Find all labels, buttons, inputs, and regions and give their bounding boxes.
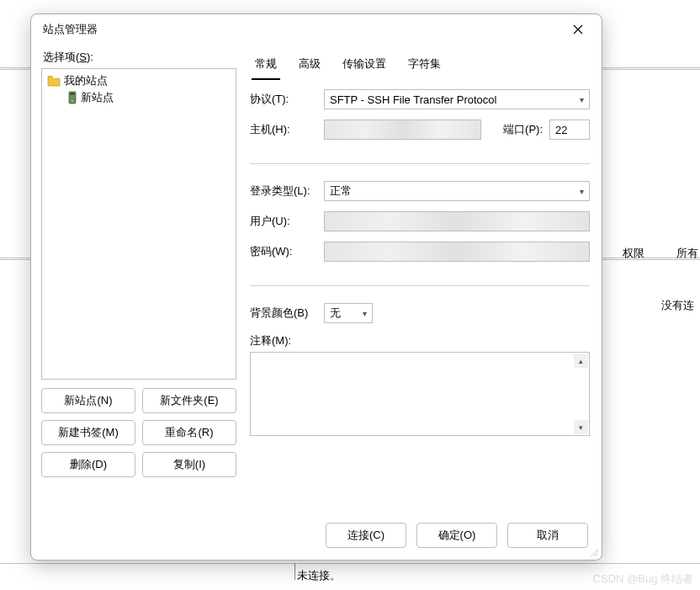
bg-divider	[0, 563, 700, 564]
tree-root-my-sites[interactable]: 我的站点	[44, 72, 234, 89]
scroll-down-button[interactable]: ▾	[574, 420, 588, 434]
server-icon	[67, 91, 77, 104]
logon-type-label: 登录类型(L):	[250, 183, 317, 199]
svg-point-2	[72, 100, 73, 102]
svg-rect-1	[71, 93, 75, 95]
tree-root-label: 我的站点	[64, 73, 108, 88]
connect-button[interactable]: 连接(C)	[326, 523, 406, 548]
user-input[interactable]	[324, 211, 590, 231]
new-bookmark-button[interactable]: 新建书签(M)	[41, 420, 135, 445]
copy-button[interactable]: 复制(I)	[142, 452, 236, 477]
watermark: CSDN @Bug 终结者	[593, 571, 693, 587]
host-label: 主机(H):	[250, 122, 317, 137]
rename-button[interactable]: 重命名(R)	[142, 420, 236, 445]
divider	[250, 163, 590, 164]
logon-type-value: 正常	[330, 183, 352, 199]
delete-button[interactable]: 删除(D)	[41, 452, 135, 477]
tab-general[interactable]: 常规	[252, 53, 280, 80]
statusbar-separator	[294, 563, 295, 580]
password-label: 密码(W):	[250, 244, 317, 259]
right-pane: 常规 高级 传输设置 字符集 协议(T): SFTP - SSH File Tr…	[248, 45, 591, 511]
tree-site-item[interactable]: 新站点	[44, 89, 234, 106]
notes-label: 注释(M):	[250, 333, 317, 348]
port-input[interactable]	[549, 120, 590, 140]
close-icon	[573, 24, 583, 35]
scroll-up-button[interactable]: ▴	[574, 353, 588, 368]
port-label: 端口(P):	[503, 122, 543, 137]
titlebar: 站点管理器	[31, 14, 602, 45]
site-tree[interactable]: 我的站点 新站点	[41, 68, 236, 380]
select-entry-label: 选择项(S):	[43, 50, 236, 65]
chevron-down-icon: ▾	[363, 309, 367, 318]
tree-site-label: 新站点	[81, 90, 114, 105]
tab-transfer-settings[interactable]: 传输设置	[339, 53, 390, 80]
protocol-select[interactable]: SFTP - SSH File Transfer Protocol ▾	[324, 89, 590, 109]
tab-charset[interactable]: 字符集	[405, 53, 444, 80]
new-site-button[interactable]: 新站点(N)	[41, 388, 135, 413]
password-input[interactable]	[324, 242, 590, 262]
column-header-permissions[interactable]: 权限	[623, 246, 644, 261]
bgcolor-value: 无	[330, 306, 341, 321]
column-header-owner[interactable]: 所有	[676, 246, 698, 261]
tab-advanced[interactable]: 高级	[295, 53, 324, 80]
user-label: 用户(U):	[250, 214, 317, 229]
empty-list-message: 没有连	[661, 298, 694, 313]
notes-textarea[interactable]: ▴ ▾	[250, 352, 590, 436]
bgcolor-label: 背景颜色(B)	[250, 306, 317, 321]
close-button[interactable]	[559, 18, 597, 41]
statusbar-text: 未连接。	[297, 568, 341, 583]
dialog-footer: 连接(C) 确定(O) 取消	[31, 511, 602, 560]
ok-button[interactable]: 确定(O)	[416, 523, 497, 548]
tabs: 常规 高级 传输设置 字符集	[248, 48, 591, 81]
cancel-button[interactable]: 取消	[507, 523, 588, 548]
bgcolor-select[interactable]: 无 ▾	[324, 303, 373, 323]
divider	[250, 285, 590, 286]
left-pane: 选择项(S): 我的站点 新站点 新站点(N)	[41, 45, 236, 511]
dialog-title: 站点管理器	[43, 22, 98, 37]
chevron-down-icon: ▾	[580, 187, 584, 196]
chevron-down-icon: ▾	[580, 95, 584, 104]
protocol-label: 协议(T):	[250, 92, 317, 107]
folder-icon	[47, 75, 61, 87]
logon-type-select[interactable]: 正常 ▾	[324, 181, 590, 201]
site-manager-dialog: 站点管理器 选择项(S): 我的站点 新	[30, 13, 602, 561]
protocol-value: SFTP - SSH File Transfer Protocol	[330, 93, 496, 106]
new-folder-button[interactable]: 新文件夹(E)	[142, 388, 236, 413]
host-input[interactable]	[324, 120, 481, 140]
resize-grip[interactable]	[588, 546, 598, 556]
